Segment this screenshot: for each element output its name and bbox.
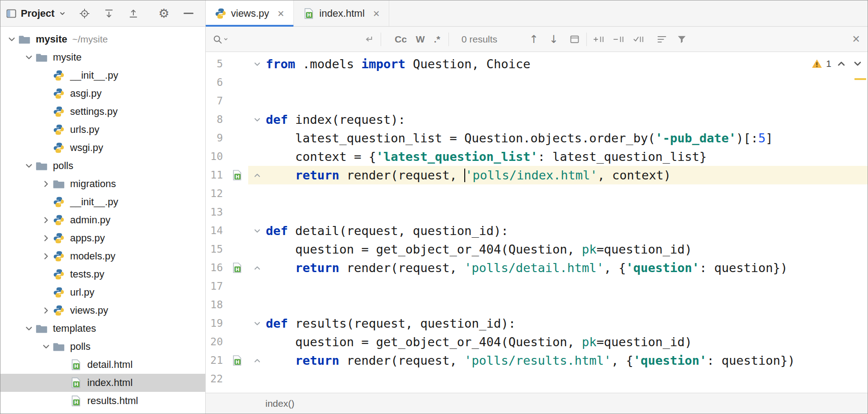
line-number[interactable]: 12 bbox=[206, 184, 226, 203]
code-line-14[interactable]: 14def detail(request, question_id): bbox=[206, 221, 868, 240]
tree-item-migrations[interactable]: migrations bbox=[0, 175, 205, 193]
code-line-18[interactable]: 18 bbox=[206, 296, 868, 314]
expand-all-icon[interactable] bbox=[102, 7, 116, 20]
code-text[interactable] bbox=[266, 73, 868, 92]
code-line-9[interactable]: 9 latest_question_list = Question.object… bbox=[206, 129, 868, 147]
open-in-find-window-icon[interactable] bbox=[569, 34, 580, 45]
match-case-toggle[interactable]: Cc bbox=[393, 34, 409, 45]
chevron-right-icon[interactable] bbox=[39, 215, 53, 225]
code-text[interactable]: def detail(request, question_id): bbox=[266, 221, 868, 240]
search-icon[interactable] bbox=[212, 34, 223, 45]
code-line-22[interactable]: 22 bbox=[206, 370, 868, 388]
code-text[interactable]: context = {'latest_question_list': lates… bbox=[266, 147, 868, 166]
code-line-11[interactable]: 11H return render(request, 'polls/index.… bbox=[206, 166, 868, 184]
line-number[interactable]: 19 bbox=[206, 314, 226, 333]
code-text[interactable]: question = get_object_or_404(Question, p… bbox=[266, 240, 868, 259]
search-options-chevron-icon[interactable] bbox=[223, 36, 229, 42]
tree-item-results-html[interactable]: Hresults.html bbox=[0, 392, 205, 410]
code-text[interactable] bbox=[266, 203, 868, 221]
chevron-right-icon[interactable] bbox=[39, 233, 53, 243]
code-line-13[interactable]: 13 bbox=[206, 203, 868, 221]
breadcrumb[interactable]: index() bbox=[265, 398, 294, 409]
tree-item-admin-py[interactable]: admin.py bbox=[0, 211, 205, 229]
tree-item-urls-py[interactable]: urls.py bbox=[0, 121, 205, 139]
related-template-icon[interactable]: H bbox=[226, 259, 248, 277]
code-line-8[interactable]: 8def index(request): bbox=[206, 110, 868, 129]
project-selector[interactable]: Project bbox=[6, 8, 66, 19]
fold-close-icon[interactable] bbox=[248, 259, 266, 277]
tree-item-init-py[interactable]: __init__.py bbox=[0, 66, 205, 85]
line-number[interactable]: 17 bbox=[206, 277, 226, 296]
tree-item-detail-html[interactable]: Hdetail.html bbox=[0, 356, 205, 374]
fold-open-icon[interactable] bbox=[248, 314, 266, 333]
tab-views-py[interactable]: views.py✕ bbox=[206, 0, 294, 26]
line-number[interactable]: 20 bbox=[206, 333, 226, 351]
line-number[interactable]: 15 bbox=[206, 240, 226, 259]
line-number[interactable]: 10 bbox=[206, 147, 226, 166]
chevron-down-icon[interactable] bbox=[39, 342, 53, 352]
tree-item-init-py[interactable]: __init__.py bbox=[0, 193, 205, 211]
tab-index-html[interactable]: Hindex.html✕ bbox=[294, 0, 389, 26]
whole-words-toggle[interactable]: W bbox=[414, 34, 427, 45]
locate-file-icon[interactable] bbox=[78, 7, 91, 20]
search-input[interactable] bbox=[231, 33, 363, 46]
code-line-7[interactable]: 7 bbox=[206, 92, 868, 110]
scrollbar-warning-mark[interactable] bbox=[854, 78, 866, 80]
fold-open-icon[interactable] bbox=[248, 221, 266, 240]
settings-gear-icon[interactable]: ⚙ bbox=[157, 7, 171, 20]
next-occurrence-icon[interactable]: ↓ bbox=[549, 33, 558, 46]
tree-item-settings-py[interactable]: settings.py bbox=[0, 103, 205, 121]
close-search-icon[interactable]: ✕ bbox=[852, 33, 860, 45]
line-number[interactable]: 22 bbox=[206, 370, 226, 388]
related-template-icon[interactable]: H bbox=[226, 351, 248, 370]
tree-item-apps-py[interactable]: apps.py bbox=[0, 229, 205, 247]
tree-item-mysite[interactable]: mysite~/mysite bbox=[0, 30, 205, 48]
collapse-all-icon[interactable] bbox=[127, 7, 140, 20]
previous-problem-icon[interactable] bbox=[835, 57, 848, 70]
fold-open-icon[interactable] bbox=[248, 55, 266, 73]
hide-panel-icon[interactable] bbox=[182, 7, 195, 20]
chevron-down-icon[interactable] bbox=[5, 34, 19, 44]
code-line-16[interactable]: 16H return render(request, 'polls/detail… bbox=[206, 259, 868, 277]
tree-item-asgi-py[interactable]: asgi.py bbox=[0, 85, 205, 103]
code-text[interactable] bbox=[266, 184, 868, 203]
line-number[interactable]: 16 bbox=[206, 259, 226, 277]
code-line-17[interactable]: 17 bbox=[206, 277, 868, 296]
line-number[interactable]: 7 bbox=[206, 92, 226, 110]
tree-item-mysite[interactable]: mysite bbox=[0, 48, 205, 66]
line-number[interactable]: 18 bbox=[206, 296, 226, 314]
code-text[interactable] bbox=[266, 277, 868, 296]
code-text[interactable]: question = get_object_or_404(Question, p… bbox=[266, 333, 868, 351]
code-line-6[interactable]: 6 bbox=[206, 73, 868, 92]
search-scope-lines-icon[interactable] bbox=[656, 34, 667, 45]
tab-close-icon[interactable]: ✕ bbox=[373, 9, 380, 19]
tree-item-models-py[interactable]: models.py bbox=[0, 247, 205, 265]
remove-occurrence-icon[interactable] bbox=[613, 34, 625, 44]
fold-close-icon[interactable] bbox=[248, 166, 266, 184]
previous-occurrence-icon[interactable]: ↑ bbox=[529, 33, 538, 46]
code-text[interactable]: latest_question_list = Question.objects.… bbox=[266, 129, 868, 147]
code-text[interactable]: def results(request, question_id): bbox=[266, 314, 868, 333]
line-number[interactable]: 6 bbox=[206, 73, 226, 92]
line-number[interactable]: 14 bbox=[206, 221, 226, 240]
chevron-right-icon[interactable] bbox=[39, 251, 53, 261]
chevron-down-icon[interactable] bbox=[22, 324, 36, 334]
tree-item-url-py[interactable]: url.py bbox=[0, 283, 205, 301]
code-line-10[interactable]: 10 context = {'latest_question_list': la… bbox=[206, 147, 868, 166]
code-line-5[interactable]: 5from .models import Question, Choice bbox=[206, 55, 868, 73]
tab-close-icon[interactable]: ✕ bbox=[277, 9, 284, 19]
tree-item-views-py[interactable]: views.py bbox=[0, 301, 205, 320]
select-all-occurrences-icon[interactable] bbox=[633, 34, 645, 44]
line-number[interactable]: 13 bbox=[206, 203, 226, 221]
chevron-right-icon[interactable] bbox=[39, 179, 53, 189]
chevron-down-icon[interactable] bbox=[22, 161, 36, 171]
tree-item-index-html[interactable]: Hindex.html bbox=[0, 374, 205, 392]
code-line-21[interactable]: 21H return render(request, 'polls/result… bbox=[206, 351, 868, 370]
code-text[interactable]: def index(request): bbox=[266, 110, 868, 129]
tree-item-polls[interactable]: polls bbox=[0, 338, 205, 356]
regex-toggle[interactable]: .* bbox=[432, 34, 442, 45]
next-problem-icon[interactable] bbox=[851, 57, 864, 70]
code-editor[interactable]: 5from .models import Question, Choice678… bbox=[206, 52, 868, 393]
tree-item-polls[interactable]: polls bbox=[0, 157, 205, 175]
tree-item-wsgi-py[interactable]: wsgi.py bbox=[0, 139, 205, 157]
